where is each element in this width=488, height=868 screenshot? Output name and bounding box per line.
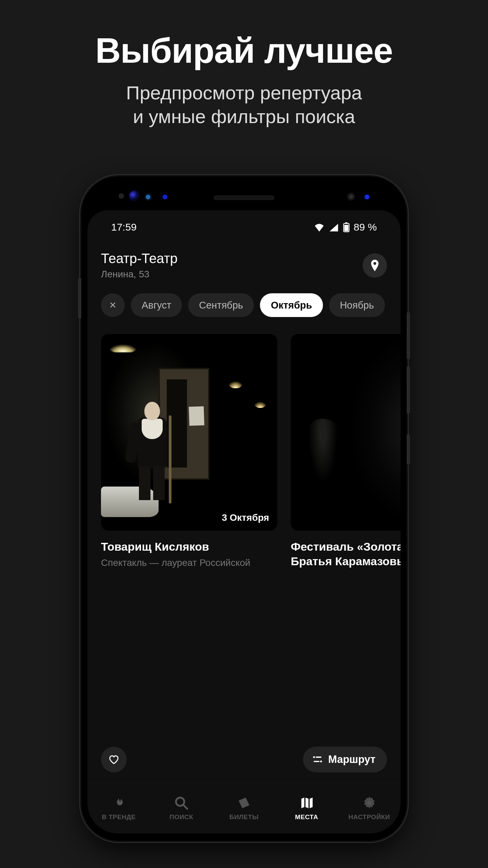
page-header: Театр-Театр Ленина, 53: [87, 244, 401, 283]
search-icon: [174, 796, 188, 810]
phone-frame: 17:59 89 % Театр-Театр Ленина, 53: [81, 176, 407, 841]
event-image: 3 Октября: [101, 334, 277, 531]
month-chip-nov[interactable]: Ноябрь: [329, 293, 385, 317]
svg-rect-4: [316, 756, 322, 758]
month-chip-sep[interactable]: Сентябрь: [188, 293, 254, 317]
close-icon: ✕: [109, 300, 117, 311]
event-image: 7 О: [291, 334, 401, 531]
close-filter-chip[interactable]: ✕: [101, 293, 125, 317]
promo-subtitle: Предпросмотр репертуара и умные фильтры …: [0, 81, 488, 129]
event-title: Фестиваль «Золотая Маска». Братья Карама…: [291, 539, 401, 568]
status-time: 17:59: [111, 221, 137, 233]
signal-icon: [329, 223, 339, 232]
nav-tickets[interactable]: БИЛЕТЫ: [213, 783, 276, 833]
event-card[interactable]: 3 Октября Товарищ Кисляков Спектакль — л…: [101, 334, 277, 747]
svg-point-5: [320, 761, 322, 763]
flame-icon: [111, 796, 126, 810]
heart-icon: [108, 754, 119, 765]
action-row: Маршрут: [87, 747, 401, 783]
nav-places[interactable]: МЕСТА: [275, 783, 338, 833]
phone-side-button: [407, 434, 410, 465]
phone-sensor: [163, 195, 167, 199]
bottom-nav: В ТРЕНДЕ ПОИСК БИЛЕТЫ МЕСТА НАСТРОЙКИ: [87, 783, 401, 833]
phone-sensor: [129, 191, 140, 202]
phone-sensor: [365, 195, 369, 199]
event-date: 3 Октября: [222, 512, 269, 523]
phone-sensor: [119, 193, 124, 199]
event-cards[interactable]: 3 Октября Товарищ Кисляков Спектакль — л…: [87, 324, 401, 747]
event-title: Товарищ Кисляков: [101, 539, 277, 554]
phone-speaker: [214, 195, 274, 200]
promo-title: Выбирай лучшее: [0, 31, 488, 71]
nav-search[interactable]: ПОИСК: [150, 783, 213, 833]
favorite-button[interactable]: [101, 747, 127, 772]
phone-sensor: [146, 195, 150, 199]
pin-icon: [370, 260, 380, 271]
phone-side-button: [407, 366, 410, 414]
nav-label: ПОИСК: [169, 813, 193, 821]
event-card[interactable]: 7 О Фестиваль «Золотая Маска». Братья Ка…: [291, 334, 401, 747]
map-icon: [300, 796, 314, 810]
month-filter-chips: ✕ Август Сентябрь Октябрь Ноябрь: [87, 283, 401, 324]
nav-label: МЕСТА: [295, 813, 318, 821]
route-label: Маршрут: [328, 753, 375, 766]
svg-rect-2: [344, 225, 348, 231]
nav-label: БИЛЕТЫ: [229, 813, 259, 821]
svg-line-8: [184, 805, 187, 809]
map-pin-button[interactable]: [363, 253, 387, 278]
month-chip-aug[interactable]: Август: [131, 293, 182, 317]
status-bar: 17:59 89 %: [87, 210, 401, 244]
venue-title: Театр-Театр: [101, 251, 363, 266]
nav-label: НАСТРОЙКИ: [348, 813, 390, 821]
venue-address: Ленина, 53: [101, 269, 363, 280]
status-battery: 89 %: [354, 221, 377, 233]
nav-label: В ТРЕНДЕ: [102, 813, 136, 821]
wifi-icon: [314, 223, 325, 232]
route-button[interactable]: Маршрут: [303, 747, 387, 772]
battery-icon: [343, 222, 350, 232]
event-subtitle: Спектакль — лауреат Российской: [101, 557, 277, 568]
nav-settings[interactable]: НАСТРОЙКИ: [338, 783, 401, 833]
ticket-icon: [237, 796, 251, 810]
svg-rect-6: [314, 761, 320, 762]
gear-icon: [362, 796, 377, 810]
month-chip-oct[interactable]: Октябрь: [260, 293, 323, 317]
phone-screen: 17:59 89 % Театр-Театр Ленина, 53: [87, 210, 401, 833]
phone-side-button: [407, 312, 410, 359]
phone-side-button: [78, 278, 81, 319]
svg-point-3: [313, 756, 315, 758]
phone-camera: [346, 192, 356, 201]
route-icon: [312, 755, 323, 764]
svg-rect-1: [345, 222, 347, 223]
svg-point-7: [176, 797, 184, 806]
nav-trending[interactable]: В ТРЕНДЕ: [87, 783, 150, 833]
promo-banner: Выбирай лучшее Предпросмотр репертуара и…: [0, 0, 488, 129]
